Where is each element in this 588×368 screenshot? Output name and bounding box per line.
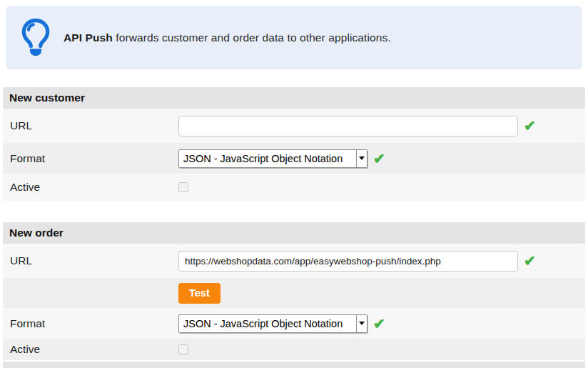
field-label-active: Active — [3, 343, 178, 356]
valid-checkmark-icon: ✔ — [524, 254, 536, 268]
field-label-format: Format — [3, 317, 178, 330]
section-header-new-customer: New customer — [3, 87, 585, 109]
lightbulb-icon — [21, 17, 51, 59]
field-label-active: Active — [3, 181, 178, 194]
banner-title: API Push — [64, 31, 113, 44]
order-url-input[interactable] — [178, 251, 518, 272]
row-customer-format: Format JSON - JavaScript Object Notation… — [3, 143, 585, 174]
banner-text: API Push forwards customer and order dat… — [64, 31, 391, 44]
valid-checkmark-icon: ✔ — [524, 119, 536, 133]
row-order-format: Format JSON - JavaScript Object Notation… — [3, 308, 585, 339]
dropdown-arrow-icon — [356, 315, 367, 332]
field-label-url: URL — [3, 254, 178, 267]
field-label-format: Format — [3, 152, 178, 165]
test-button[interactable]: Test — [178, 283, 220, 304]
row-customer-active: Active — [3, 174, 585, 201]
row-customer-url: URL ✔ — [3, 109, 585, 143]
row-order-url: URL ✔ — [3, 244, 585, 278]
dropdown-arrow-icon — [356, 150, 367, 167]
customer-url-input[interactable] — [178, 116, 518, 136]
row-order-test: Test — [3, 278, 585, 308]
banner-description: forwards customer and order data to othe… — [116, 31, 390, 44]
order-format-select[interactable]: JSON - JavaScript Object Notation — [178, 314, 368, 333]
select-value: JSON - JavaScript Object Notation — [179, 150, 356, 167]
order-active-checkbox[interactable] — [178, 344, 188, 354]
select-value: JSON - JavaScript Object Notation — [179, 315, 356, 332]
row-order-active: Active — [3, 339, 585, 360]
section-new-order: New order URL ✔ Test Format JSON - JavaS… — [3, 222, 585, 360]
valid-checkmark-icon: ✔ — [373, 151, 385, 166]
customer-format-select[interactable]: JSON - JavaScript Object Notation — [178, 149, 368, 168]
section-header-new-order: New order — [3, 222, 585, 244]
section-new-customer: New customer URL ✔ Format JSON - JavaScr… — [3, 87, 585, 201]
partial-section-header — [3, 362, 585, 368]
customer-active-checkbox[interactable] — [178, 182, 188, 192]
field-label-url: URL — [3, 119, 178, 132]
valid-checkmark-icon: ✔ — [373, 317, 385, 331]
info-banner: API Push forwards customer and order dat… — [6, 6, 582, 69]
